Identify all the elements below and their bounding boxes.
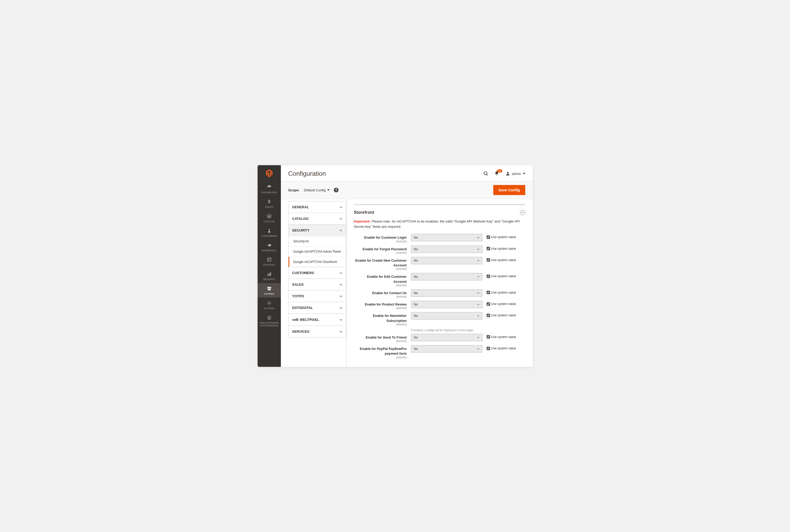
- page-header: Configuration 11 admin: [281, 165, 533, 181]
- use-system-value-checkbox[interactable]: Use system value: [486, 301, 516, 306]
- config-subtab[interactable]: Google reCAPTCHA Admin Panel: [289, 246, 346, 256]
- field-label: Enable for Newsletter Subscription: [373, 314, 407, 322]
- caret-down-icon: [477, 347, 479, 351]
- sidebar-item-system[interactable]: SYSTEM: [258, 298, 281, 312]
- field-label: Enable for Create New Customer Account: [355, 259, 407, 267]
- sidebar-item-label: MARKETING: [261, 249, 277, 252]
- checkbox-input[interactable]: [486, 247, 490, 250]
- sidebar-item-label: DASHBOARD: [260, 191, 278, 194]
- sidebar-item-dashboard[interactable]: DASHBOARD: [258, 182, 281, 196]
- config-tab-dotdigital[interactable]: DOTDIGITAL: [289, 302, 346, 314]
- use-system-value-checkbox[interactable]: Use system value: [486, 289, 516, 294]
- section-divider: [354, 204, 525, 205]
- checkbox-label: Use system value: [491, 302, 516, 306]
- config-tab-catalog[interactable]: CATALOG: [289, 213, 346, 224]
- sidebar-item-sales[interactable]: $SALES: [258, 196, 281, 211]
- config-subtab[interactable]: Security.txt: [289, 236, 346, 246]
- config-tab-services[interactable]: SERVICES: [289, 326, 346, 337]
- svg-point-13: [507, 172, 509, 174]
- field-select[interactable]: No: [411, 273, 482, 280]
- field-select-value: No: [414, 314, 418, 318]
- caret-down-icon: [477, 275, 479, 279]
- field-select[interactable]: No: [411, 334, 482, 341]
- use-system-value-checkbox[interactable]: Use system value: [486, 234, 516, 239]
- field-select[interactable]: No: [411, 234, 482, 241]
- checkbox-input[interactable]: [486, 335, 490, 339]
- field-label: Enable for Forgot Password: [363, 247, 407, 251]
- sidebar-item-stores[interactable]: STORES: [258, 283, 281, 298]
- config-tab-customers[interactable]: CUSTOMERS: [289, 267, 346, 279]
- save-config-button[interactable]: Save Config: [493, 185, 525, 195]
- magento-logo[interactable]: [264, 168, 274, 178]
- svg-point-3: [269, 229, 270, 230]
- field-label: Enable for Contact Us: [372, 291, 407, 295]
- checkbox-input[interactable]: [486, 258, 490, 262]
- field-select[interactable]: No: [411, 246, 482, 253]
- checkbox-input[interactable]: [486, 291, 490, 294]
- config-subtab[interactable]: Google reCAPTCHA Storefront: [289, 256, 346, 267]
- section-title: Storefront: [354, 210, 374, 215]
- field-select[interactable]: No: [411, 289, 482, 297]
- field-scope: [website]: [354, 307, 407, 309]
- config-field-row: Enable for Send To Friend [website] No U…: [354, 334, 525, 343]
- use-system-value-checkbox[interactable]: Use system value: [486, 273, 516, 278]
- sidebar-item-catalog[interactable]: CATALOG: [258, 211, 281, 225]
- use-system-value-checkbox[interactable]: Use system value: [486, 257, 516, 262]
- checkbox-input[interactable]: [486, 302, 490, 306]
- sidebar-item-marketing[interactable]: MARKETING: [258, 240, 281, 254]
- use-system-value-checkbox[interactable]: Use system value: [486, 334, 516, 339]
- use-system-value-checkbox[interactable]: Use system value: [486, 246, 516, 250]
- checkbox-label: Use system value: [491, 274, 516, 278]
- sidebar-item-content[interactable]: CONTENT: [258, 254, 281, 268]
- sidebar-item-customers[interactable]: CUSTOMERS: [258, 225, 281, 240]
- field-select[interactable]: No: [411, 345, 482, 353]
- use-system-value-checkbox[interactable]: Use system value: [486, 345, 516, 350]
- caret-down-icon: [477, 291, 479, 295]
- admin-window: DASHBOARD$SALESCATALOGCUSTOMERSMARKETING…: [258, 165, 533, 366]
- field-select-value: No: [414, 303, 418, 306]
- notification-bell-icon[interactable]: 11: [494, 171, 500, 176]
- help-icon[interactable]: ?: [334, 188, 338, 192]
- field-scope: [website]: [354, 284, 407, 287]
- svg-rect-4: [268, 258, 271, 261]
- field-label: Enable for Edit Customer Account: [367, 275, 406, 283]
- config-tab-general[interactable]: GENERAL: [289, 202, 346, 213]
- checkbox-label: Use system value: [491, 335, 516, 339]
- caret-down-icon: [477, 247, 479, 251]
- field-scope: [website]: [354, 323, 407, 326]
- collapse-section-button[interactable]: [520, 210, 525, 215]
- sidebar: DASHBOARD$SALESCATALOGCUSTOMERSMARKETING…: [258, 165, 281, 366]
- config-tab-sales[interactable]: SALES: [289, 279, 346, 290]
- checkbox-input[interactable]: [486, 314, 490, 317]
- search-icon[interactable]: [483, 171, 489, 176]
- field-label: Enable for Send To Friend: [366, 336, 407, 339]
- checkbox-input[interactable]: [486, 274, 490, 278]
- config-tab-weltpixel[interactable]: weltWELTPIXEL: [289, 314, 346, 326]
- checkbox-input[interactable]: [486, 235, 490, 239]
- sidebar-item-label: REPORTS: [262, 278, 276, 281]
- notification-badge: 11: [497, 169, 502, 173]
- sidebar-item-reports[interactable]: REPORTS: [258, 268, 281, 283]
- config-tab-security[interactable]: SECURITY: [289, 225, 346, 236]
- sidebar-item-label: CONTENT: [262, 264, 276, 266]
- sidebar-item-partners[interactable]: FIND PARTNERS & EXTENSIONS: [258, 312, 281, 329]
- field-select[interactable]: No: [411, 257, 482, 264]
- config-tab-yotpo[interactable]: YOTPO: [289, 290, 346, 302]
- field-select-value: No: [414, 275, 418, 279]
- field-select[interactable]: No: [411, 312, 482, 320]
- field-scope: [website]: [354, 240, 407, 243]
- system-icon: [266, 300, 272, 306]
- field-select[interactable]: No: [411, 301, 482, 308]
- config-section: Storefront Important: Please note, for r…: [347, 199, 533, 366]
- svg-point-11: [484, 172, 487, 175]
- config-field-row: Enable for Product Review [website] No U…: [354, 301, 525, 309]
- reports-icon: [266, 271, 272, 277]
- svg-rect-9: [270, 272, 271, 276]
- use-system-value-checkbox[interactable]: Use system value: [486, 312, 516, 317]
- scope-selector[interactable]: Default Config: [304, 188, 330, 192]
- admin-user-menu[interactable]: admin: [506, 171, 525, 176]
- field-select-value: No: [414, 247, 418, 251]
- checkbox-input[interactable]: [486, 347, 490, 350]
- checkbox-label: Use system value: [491, 235, 516, 239]
- partners-icon: [266, 315, 272, 321]
